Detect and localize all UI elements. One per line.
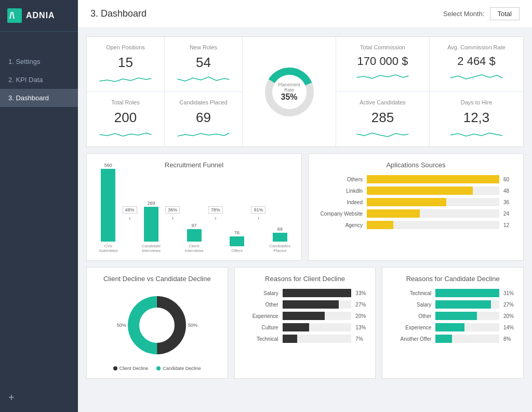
sidebar-item-dashboard[interactable]: 3. Dashboard	[0, 89, 78, 107]
days-to-hire-sparkline	[436, 129, 517, 139]
logo-icon: /\	[7, 8, 22, 23]
decline-donut-title: Client Decline vs Candidate Decline	[94, 275, 220, 283]
client-decline-other: Other 27%	[242, 300, 368, 309]
candidates-placed-value: 69	[171, 110, 236, 126]
new-roles-value: 54	[171, 55, 236, 71]
total-roles-label: Total Roles	[93, 99, 158, 105]
source-row-company-website: Company Website 24	[316, 209, 516, 218]
decline-donut-svg	[126, 294, 188, 356]
total-commission-value: 170 000 $	[342, 55, 423, 68]
legend-candidate: Candidate Decline	[156, 366, 201, 371]
decline-donut-container: 50% 50%	[94, 289, 220, 362]
client-decline-title: Reasons for Client Decline	[242, 275, 368, 283]
new-roles-card: New Roles 54	[165, 37, 243, 92]
source-row-indeed: Indeed 36	[316, 198, 516, 206]
placement-rate-card: Placement Rate 35%	[243, 37, 336, 147]
application-sources-card: Aplications Sources Others 60 Linkdln 48…	[308, 153, 524, 261]
open-positions-value: 15	[93, 55, 158, 71]
decline-donut-card: Client Decline vs Candidate Decline 50% …	[86, 267, 228, 379]
client-decline-technical: Technical 7%	[242, 335, 368, 343]
client-decline-culture: Culture 13%	[242, 323, 368, 331]
candidate-decline-other: Other 20%	[390, 312, 516, 320]
charts-row: Recruitment Funnel 560 CVs Submitted 48%…	[86, 153, 524, 261]
total-commission-label: Total Commission	[342, 44, 423, 50]
logo-text: ADNIA	[26, 11, 55, 20]
days-to-hire-card: Days to Hire 12,3	[430, 92, 523, 147]
legend-client-dot	[113, 366, 117, 370]
legend-candidate-label: Candidate Decline	[163, 366, 201, 371]
avg-commission-card: Avg. Commission Rate 2 464 $	[430, 37, 523, 92]
client-decline-bars: Salary 33% Other 27% Experience 20%	[242, 289, 368, 343]
page-title: 3. Dashboard	[90, 8, 147, 19]
candidate-decline-another-offer: Another Offer 8%	[390, 335, 516, 343]
funnel-arrow-2: 36% ›	[165, 206, 180, 222]
sidebar-item-kpi[interactable]: 2. KPI Data	[0, 71, 78, 89]
days-to-hire-value: 12,3	[436, 110, 517, 126]
active-candidates-card: Active Candidates 285	[336, 92, 430, 147]
open-positions-label: Open Positions	[93, 44, 158, 50]
svg-text:/\: /\	[9, 10, 15, 21]
sidebar-nav: 1. Settings 2. KPI Data 3. Dashboard	[0, 52, 78, 107]
placement-rate-title: Placement Rate	[276, 82, 302, 92]
candidate-pct-label: 50%	[188, 323, 197, 328]
new-roles-sparkline	[171, 74, 236, 84]
client-decline-salary: Salary 33%	[242, 289, 368, 297]
main-content: 3. Dashboard Select Month: Total Open Po…	[78, 0, 532, 412]
total-roles-card: Total Roles 200	[87, 92, 165, 147]
avg-commission-value: 2 464 $	[436, 55, 517, 68]
days-to-hire-label: Days to Hire	[436, 99, 517, 105]
legend-client: Client Decline	[113, 366, 149, 371]
candidate-decline-experience: Experience 14%	[390, 323, 516, 331]
open-positions-sparkline	[93, 74, 158, 84]
active-candidates-label: Active Candidates	[342, 99, 423, 105]
client-pct-label: 50%	[117, 323, 126, 328]
application-sources-title: Aplications Sources	[316, 161, 516, 169]
funnel-arrow-3: 78% ›	[208, 206, 223, 222]
select-month-label: Select Month:	[443, 10, 485, 18]
application-sources-bars: Others 60 Linkdln 48 Indeed 36	[316, 175, 516, 229]
bottom-row: Client Decline vs Candidate Decline 50% …	[86, 267, 524, 379]
total-roles-value: 200	[93, 110, 158, 126]
candidates-placed-sparkline	[171, 129, 236, 139]
funnel-bar-offers: 76 Offers	[225, 230, 249, 253]
funnel-bar-candidate-interviews: 269 Candidate Interviews	[139, 201, 164, 253]
source-row-others: Others 60	[316, 175, 516, 183]
header: 3. Dashboard Select Month: Total	[78, 0, 532, 28]
sidebar: /\ ADNIA 1. Settings 2. KPI Data 3. Dash…	[0, 0, 78, 412]
legend-client-label: Client Decline	[119, 366, 149, 371]
recruitment-funnel-title: Recruitment Funnel	[94, 161, 294, 169]
source-row-linkedin: Linkdln 48	[316, 187, 516, 195]
candidate-decline-bars: Technical 31% Salary 27% Other 20%	[390, 289, 516, 343]
sidebar-item-settings[interactable]: 1. Settings	[0, 52, 78, 71]
svg-point-6	[141, 310, 172, 341]
active-candidates-sparkline	[342, 129, 423, 139]
total-roles-sparkline	[93, 129, 158, 139]
candidate-decline-technical: Technical 31%	[390, 289, 516, 297]
new-roles-label: New Roles	[171, 44, 236, 50]
candidates-placed-label: Candidates Placed	[171, 99, 236, 105]
select-month-button[interactable]: Total	[490, 7, 520, 20]
candidate-decline-salary: Salary 27%	[390, 300, 516, 309]
total-commission-sparkline	[342, 71, 423, 82]
funnel-arrow-1: 48% ›	[123, 206, 137, 222]
client-decline-experience: Experience 20%	[242, 312, 368, 320]
placement-donut-label: Placement Rate 35%	[276, 82, 302, 102]
avg-commission-label: Avg. Commission Rate	[436, 44, 517, 50]
legend-candidate-dot	[156, 366, 161, 370]
candidate-decline-card: Reasons for Candidate Decline Technical …	[382, 267, 524, 379]
placement-donut: Placement Rate 35%	[263, 66, 315, 118]
candidates-placed-card: Candidates Placed 69	[165, 92, 243, 147]
logo: /\ ADNIA	[0, 0, 78, 32]
funnel-bar-client-interviews: 97 Client Interviews	[182, 223, 206, 253]
funnel-bar-placed: 69 Candidates Placed	[268, 227, 292, 253]
source-row-agency: Agency 12	[316, 221, 516, 229]
funnel-bar-cvs: 560 CVs Submitted	[96, 163, 121, 253]
candidate-decline-title: Reasons for Candidate Decline	[390, 275, 516, 283]
add-button[interactable]: +	[0, 383, 78, 412]
funnel-arrow-4: 91% ›	[251, 206, 265, 222]
client-decline-card: Reasons for Client Decline Salary 33% Ot…	[234, 267, 376, 379]
placement-rate-value: 35%	[281, 92, 297, 101]
active-candidates-value: 285	[342, 110, 423, 126]
avg-commission-sparkline	[436, 71, 517, 82]
dashboard-content: Open Positions 15 New Roles 54	[78, 28, 532, 412]
